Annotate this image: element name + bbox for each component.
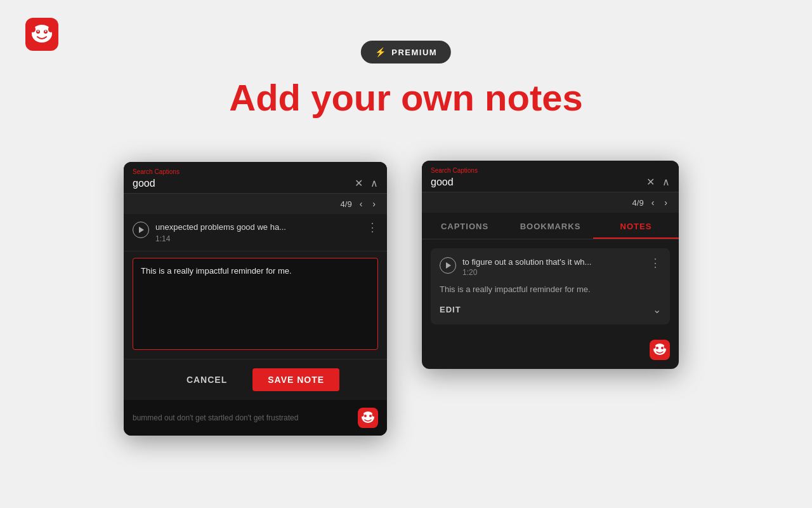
bolt-icon: ⚡ (375, 47, 387, 57)
right-edit-row: EDIT ⌄ (440, 304, 661, 316)
left-collapse-button[interactable]: ∧ (370, 178, 378, 189)
svg-point-17 (661, 347, 664, 349)
left-note-area: This is a really impactful reminder for … (124, 251, 387, 359)
left-caption-item: unexpected problems good we ha... 1:14 ⋮ (124, 214, 387, 251)
left-panel: Search Captions good ✕ ∧ 4/9 ‹ › unexpec… (124, 162, 387, 436)
left-bottom-strip: bummed out don't get startled don't get … (124, 400, 387, 436)
svg-point-6 (37, 30, 39, 32)
right-collapse-button[interactable]: ∧ (662, 177, 670, 187)
left-play-button[interactable] (133, 222, 149, 238)
svg-point-19 (664, 345, 667, 349)
left-panel-header: Search Captions good ✕ ∧ (124, 162, 387, 194)
svg-point-16 (656, 347, 658, 349)
tab-captions-label: CAPTIONS (441, 222, 488, 231)
right-tabs-row: CAPTIONS BOOKMARKS NOTES (422, 213, 679, 239)
left-search-value: good (133, 178, 155, 189)
tab-bookmarks[interactable]: BOOKMARKS (508, 213, 593, 239)
right-next-button[interactable]: › (662, 196, 670, 209)
left-pagination-row: 4/9 ‹ › (124, 194, 387, 214)
svg-point-10 (364, 415, 367, 417)
play-icon (139, 227, 144, 233)
left-caption-text-block: unexpected problems good we ha... 1:14 (155, 222, 360, 243)
search-captions-label: Search Captions (133, 168, 378, 175)
right-play-button[interactable] (440, 257, 456, 274)
right-note-body: This is a really impactful reminder for … (440, 283, 661, 296)
svg-point-4 (30, 26, 36, 32)
right-panel: Search Captions good ✕ ∧ 4/9 ‹ › CAPTION… (422, 161, 679, 369)
right-search-value: good (431, 177, 454, 188)
left-prev-button[interactable]: ‹ (357, 197, 365, 210)
page-title: Add your own notes (229, 76, 582, 119)
svg-point-13 (372, 413, 376, 417)
edit-label: EDIT (440, 305, 461, 314)
left-bottom-caption: bummed out don't get startled don't get … (133, 413, 298, 424)
tab-notes-label: NOTES (620, 222, 652, 231)
premium-label: PREMIUM (391, 48, 437, 57)
right-caption-text-block: to figure out a solution that's it wh...… (462, 257, 643, 277)
right-note-card-header: to figure out a solution that's it wh...… (440, 257, 661, 277)
left-close-button[interactable]: ✕ (355, 178, 363, 189)
left-page-count: 4/9 (341, 199, 352, 209)
left-caption-time: 1:14 (155, 234, 360, 243)
left-action-row: CANCEL SAVE NOTE (124, 359, 387, 400)
svg-point-7 (45, 30, 46, 32)
premium-badge[interactable]: ⚡ PREMIUM (361, 41, 451, 64)
tab-captions[interactable]: CAPTIONS (422, 213, 508, 239)
svg-point-11 (369, 415, 372, 417)
right-note-card: to figure out a solution that's it wh...… (431, 248, 670, 324)
svg-point-12 (361, 413, 364, 417)
right-caption-time: 1:20 (462, 268, 643, 277)
tab-bookmarks-label: BOOKMARKS (520, 222, 581, 231)
right-search-captions-label: Search Captions (431, 167, 670, 174)
right-caption-menu-button[interactable]: ⋮ (650, 257, 661, 269)
left-next-button[interactable]: › (370, 197, 378, 210)
right-mini-logo (650, 340, 670, 360)
left-caption-menu-button[interactable]: ⋮ (367, 222, 378, 233)
svg-point-18 (653, 345, 656, 349)
svg-point-5 (48, 26, 53, 32)
save-note-button[interactable]: SAVE NOTE (252, 368, 339, 391)
note-textarea[interactable]: This is a really impactful reminder for … (133, 258, 378, 350)
right-panel-header: Search Captions good ✕ ∧ (422, 161, 679, 192)
right-caption-text: to figure out a solution that's it wh... (462, 257, 643, 267)
right-page-count: 4/9 (632, 198, 644, 208)
app-logo[interactable] (25, 18, 58, 51)
right-bottom-area (422, 333, 679, 369)
right-pagination-row: 4/9 ‹ › (422, 192, 679, 213)
left-mini-logo (358, 408, 378, 428)
right-play-icon (446, 262, 451, 269)
edit-chevron-icon[interactable]: ⌄ (653, 304, 661, 316)
left-caption-text: unexpected problems good we ha... (155, 222, 360, 233)
cancel-button[interactable]: CANCEL (171, 368, 242, 391)
right-prev-button[interactable]: ‹ (649, 196, 657, 209)
tab-notes[interactable]: NOTES (593, 213, 679, 239)
right-close-button[interactable]: ✕ (646, 177, 655, 187)
